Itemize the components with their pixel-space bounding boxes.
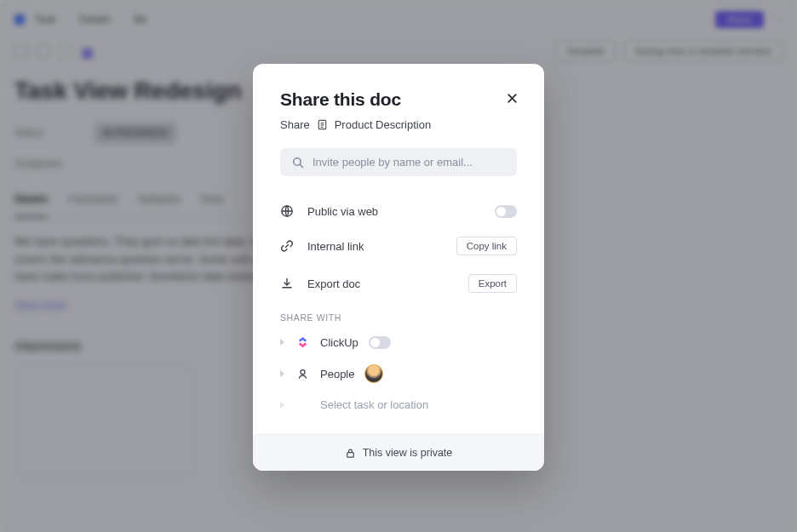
export-button[interactable]: Export — [468, 274, 517, 293]
select-task-row[interactable]: Select task or location — [280, 391, 517, 419]
internal-link-row: Internal link Copy link — [280, 227, 517, 265]
public-web-toggle[interactable] — [495, 205, 517, 218]
close-icon — [507, 93, 518, 104]
expand-icon — [280, 402, 284, 409]
export-doc-label: Export doc — [307, 277, 456, 290]
export-doc-row: Export doc Export — [280, 265, 517, 302]
share-with-section-label: SHARE WITH — [280, 312, 517, 323]
doc-name: Product Description — [335, 118, 431, 131]
modal-subtitle: Share Product Description — [280, 118, 517, 131]
modal-title: Share this doc — [280, 89, 517, 110]
public-web-label: Public via web — [307, 205, 483, 218]
share-clickup-row[interactable]: ClickUp — [280, 328, 517, 357]
expand-icon — [280, 370, 284, 377]
modal-footer: This view is private — [253, 434, 544, 471]
svg-point-3 — [300, 369, 304, 374]
invite-input[interactable] — [312, 156, 505, 169]
share-doc-modal: Share this doc Share Product Description… — [253, 64, 544, 471]
svg-rect-4 — [347, 452, 353, 457]
select-task-label: Select task or location — [320, 398, 428, 411]
share-clickup-label: ClickUp — [320, 336, 358, 349]
copy-link-button[interactable]: Copy link — [456, 237, 517, 255]
globe-icon — [280, 204, 294, 218]
lock-icon — [345, 448, 356, 459]
share-people-label: People — [320, 368, 354, 380]
clickup-icon — [295, 335, 310, 349]
close-button[interactable] — [505, 91, 519, 105]
share-people-row[interactable]: People — [280, 357, 517, 391]
download-icon — [280, 277, 294, 290]
link-icon — [280, 239, 294, 253]
invite-search[interactable] — [280, 148, 517, 176]
expand-icon — [280, 339, 284, 346]
doc-icon — [317, 119, 328, 130]
person-icon — [295, 368, 310, 380]
share-prefix: Share — [280, 118, 310, 131]
public-web-row: Public via web — [280, 195, 517, 227]
footer-text: This view is private — [363, 447, 453, 459]
person-avatar — [364, 364, 383, 383]
clickup-toggle[interactable] — [369, 336, 391, 349]
search-icon — [292, 157, 304, 169]
internal-link-label: Internal link — [307, 240, 444, 253]
